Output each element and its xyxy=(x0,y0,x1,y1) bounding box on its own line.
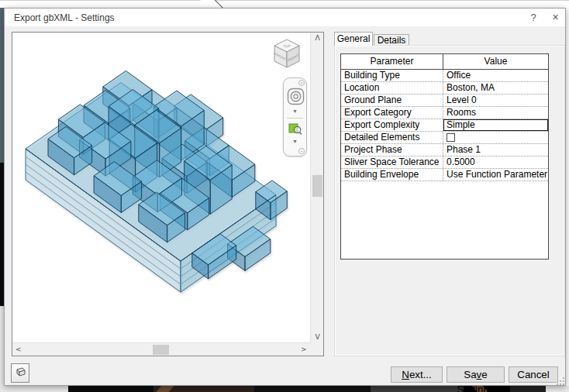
navbar-close-icon[interactable]: × xyxy=(298,80,305,86)
scroll-left-icon[interactable]: < xyxy=(16,346,22,353)
default-3d-view-button[interactable] xyxy=(11,363,29,383)
vertical-scroll-thumb[interactable] xyxy=(312,175,322,197)
param-value-selected[interactable]: Simple xyxy=(443,119,548,131)
navigation-bar: × ▼ ▼ • xyxy=(283,77,307,156)
table-row: Building Type Office xyxy=(341,70,548,82)
building-3d-model xyxy=(12,33,310,342)
tab-general[interactable]: General xyxy=(334,32,373,46)
param-label: Sliver Space Tolerance xyxy=(341,156,443,168)
param-value[interactable]: 0.5000 xyxy=(443,156,548,168)
general-tab-page: Parameter Value Building Type Office Loc… xyxy=(334,45,565,356)
navbar-options-icon[interactable]: • xyxy=(298,148,305,154)
next-button[interactable]: Next... xyxy=(391,366,443,383)
param-label: Export Complexity xyxy=(341,119,443,131)
tab-details[interactable]: Details xyxy=(374,34,409,46)
table-row: Sliver Space Tolerance 0.5000 xyxy=(341,156,548,169)
model-preview-viewport: TOP FRONT RIGHT × ▼ ▼ xyxy=(12,32,324,356)
export-gbxml-settings-dialog: Export gbXML - Settings ? × TOP FRONT RI… xyxy=(4,8,566,386)
resize-grip[interactable] xyxy=(557,377,564,385)
table-row: Detailed Elements xyxy=(341,132,548,144)
scroll-up-icon[interactable]: ᐱ xyxy=(311,34,324,42)
param-label: Building Envelope xyxy=(341,169,443,181)
param-label: Location xyxy=(341,82,443,94)
viewcube-top-label: TOP xyxy=(283,44,290,49)
zoom-icon[interactable] xyxy=(288,122,302,136)
chevron-down-icon[interactable]: ▼ xyxy=(284,139,306,144)
param-value[interactable]: Office xyxy=(443,70,548,81)
param-value[interactable]: Rooms xyxy=(443,107,548,119)
param-value xyxy=(443,132,548,143)
chevron-down-icon[interactable]: ▼ xyxy=(284,108,306,114)
param-label: Export Category xyxy=(341,107,443,119)
param-label: Ground Plane xyxy=(341,95,443,106)
param-value[interactable]: Phase 1 xyxy=(443,144,548,156)
param-label: Building Type xyxy=(341,70,443,81)
param-value[interactable]: Use Function Parameter xyxy=(443,169,548,181)
horizontal-scrollbar[interactable]: < > xyxy=(12,342,310,356)
scrollbar-corner xyxy=(310,342,323,356)
table-row: Building Envelope Use Function Parameter xyxy=(341,169,548,181)
table-row: Export Category Rooms xyxy=(341,107,548,119)
table-row: Export Complexity Simple xyxy=(341,119,548,132)
cancel-button[interactable]: Cancel xyxy=(509,366,558,383)
vertical-scrollbar[interactable]: ᐱ ᐯ xyxy=(310,33,323,342)
cube-icon xyxy=(14,366,26,377)
scroll-right-icon[interactable]: > xyxy=(301,346,307,353)
column-header-parameter[interactable]: Parameter xyxy=(341,54,443,69)
param-value[interactable]: Level 0 xyxy=(443,95,548,106)
horizontal-scroll-thumb[interactable] xyxy=(153,345,169,355)
help-icon[interactable]: ? xyxy=(521,9,546,26)
table-row: Project Phase Phase 1 xyxy=(341,144,548,156)
close-icon[interactable]: × xyxy=(546,9,565,26)
table-row: Location Boston, MA xyxy=(341,82,548,95)
parameter-table: Parameter Value Building Type Office Loc… xyxy=(340,53,549,260)
model-canvas[interactable]: TOP FRONT RIGHT × ▼ ▼ xyxy=(12,33,310,342)
background-app-strip xyxy=(0,0,569,8)
title-bar[interactable]: Export gbXML - Settings ? × xyxy=(5,9,565,26)
param-label: Project Phase xyxy=(341,144,443,156)
table-row: Ground Plane Level 0 xyxy=(341,95,548,107)
dialog-title: Export gbXML - Settings xyxy=(14,12,115,23)
save-settings-button[interactable]: Save Settings xyxy=(447,366,505,383)
param-value[interactable]: Boston, MA xyxy=(443,82,548,94)
table-header-row: Parameter Value xyxy=(341,54,548,70)
viewcube[interactable]: TOP FRONT RIGHT xyxy=(268,36,305,74)
divider xyxy=(287,118,303,119)
column-header-value[interactable]: Value xyxy=(443,54,548,69)
scroll-down-icon[interactable]: ᐯ xyxy=(311,333,324,341)
steering-wheel-icon[interactable] xyxy=(287,88,305,105)
detailed-elements-checkbox[interactable] xyxy=(447,133,455,142)
param-label: Detailed Elements xyxy=(341,132,443,143)
